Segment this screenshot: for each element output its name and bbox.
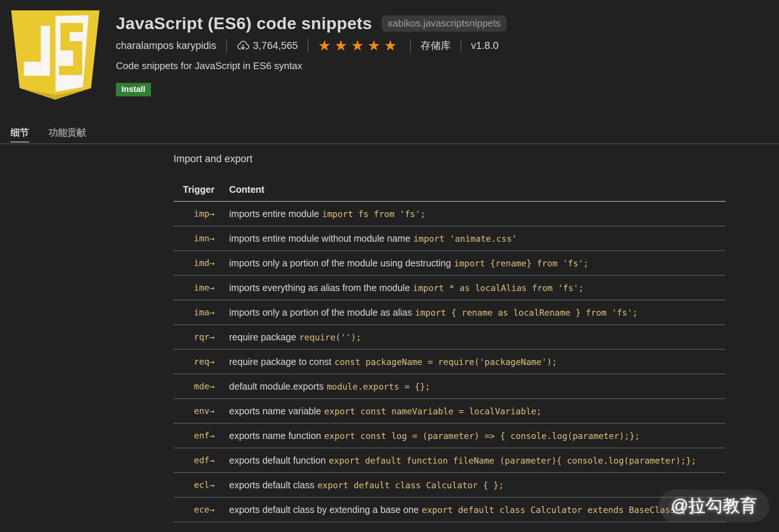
table-row: mde→default module.exportsmodule.exports… xyxy=(173,374,726,399)
table-row: edf→exports default functionexport defau… xyxy=(173,448,726,473)
extension-description: Code snippets for JavaScript in ES6 synt… xyxy=(116,60,506,72)
snippet-content-cell: imports everything as alias from the mod… xyxy=(215,275,726,300)
snippet-code: require(''); xyxy=(299,332,361,342)
meta-separator xyxy=(410,39,411,52)
table-row: imn→imports entire module without module… xyxy=(173,226,726,251)
snippet-content-cell: imports entire module without module nam… xyxy=(215,226,726,251)
snippet-code: export const log = (parameter) => { cons… xyxy=(324,431,640,441)
table-row: enf→exports name functionexport const lo… xyxy=(173,423,726,448)
snippets-table-body: imp→imports entire moduleimport fs from … xyxy=(173,201,726,522)
snippet-code: import { rename as localRename } from 'f… xyxy=(415,308,637,318)
snippet-content-cell: require packagerequire(''); xyxy=(215,325,726,349)
snippet-description: imports only a portion of the module as … xyxy=(229,307,412,318)
meta-separator xyxy=(226,39,227,52)
snippet-trigger: mde→ xyxy=(173,374,215,399)
snippet-trigger: ime→ xyxy=(173,275,215,300)
javascript-logo-icon xyxy=(10,5,100,107)
version-label: v1.8.0 xyxy=(471,40,499,52)
table-row: env→exports name variableexport const na… xyxy=(173,399,726,423)
repository-link[interactable]: 存储库 xyxy=(421,39,451,52)
snippet-trigger: imp→ xyxy=(173,201,215,226)
extension-id-badge: xabikos.javascriptsnippets xyxy=(382,15,506,32)
tab-feature-contributions[interactable]: 功能贡献 xyxy=(49,126,86,142)
snippet-content-cell: imports only a portion of the module usi… xyxy=(215,251,726,275)
download-count-value: 3,764,565 xyxy=(253,40,298,52)
snippet-content-cell: default module.exportsmodule.exports = {… xyxy=(215,374,726,399)
snippet-description: require package xyxy=(229,332,296,342)
meta-separator xyxy=(308,39,308,52)
snippet-trigger: imd→ xyxy=(173,251,215,275)
snippet-content-cell: exports default classexport default clas… xyxy=(215,473,726,497)
publisher-link[interactable]: charalampos karypidis xyxy=(116,40,216,52)
table-row: ime→imports everything as alias from the… xyxy=(173,275,726,300)
snippet-trigger: ima→ xyxy=(173,300,215,325)
snippet-trigger: rqr→ xyxy=(173,325,215,349)
snippet-code: import {rename} from 'fs'; xyxy=(454,259,588,268)
snippet-code: const packageName = require('packageName… xyxy=(335,357,557,367)
watermark-badge: @拉勾教育 xyxy=(659,489,769,522)
install-button[interactable]: Install xyxy=(116,83,151,96)
table-row: rqr→require packagerequire(''); xyxy=(173,325,726,349)
snippets-table: Trigger Content imp→imports entire modul… xyxy=(173,182,726,522)
cloud-download-icon xyxy=(237,39,249,52)
snippet-description: exports default class xyxy=(229,480,314,490)
snippet-description: imports entire module xyxy=(229,208,319,219)
snippet-trigger: env→ xyxy=(173,399,215,423)
snippet-trigger: req→ xyxy=(173,349,215,374)
meta-separator xyxy=(461,39,461,52)
table-header-row: Trigger Content xyxy=(173,182,726,201)
column-header-content: Content xyxy=(215,182,726,201)
snippet-trigger: edf→ xyxy=(173,448,215,473)
snippet-content-cell: imports entire moduleimport fs from 'fs'… xyxy=(215,201,726,226)
extension-logo xyxy=(10,5,100,107)
table-row: imp→imports entire moduleimport fs from … xyxy=(173,201,726,226)
snippet-content-cell: exports default functionexport default f… xyxy=(215,448,726,473)
table-row: ima→imports only a portion of the module… xyxy=(173,300,726,325)
snippet-code: import * as localAlias from 'fs'; xyxy=(413,283,584,293)
snippet-content-cell: require package to constconst packageNam… xyxy=(215,349,726,374)
snippet-description: exports name variable xyxy=(229,406,321,416)
rating-stars[interactable]: ★★★★★ xyxy=(318,38,400,53)
snippet-code: module.exports = {}; xyxy=(327,382,430,392)
snippet-code: export default function fileName (parame… xyxy=(329,456,696,466)
snippet-description: imports everything as alias from the mod… xyxy=(229,282,410,293)
table-row: req→require package to constconst packag… xyxy=(173,349,726,374)
extension-header: JavaScript (ES6) code snippets xabikos.j… xyxy=(116,14,506,96)
readme-content: Import and export Trigger Content imp→im… xyxy=(173,144,726,522)
page-title: JavaScript (ES6) code snippets xyxy=(116,14,372,33)
snippet-code: import 'animate.css' xyxy=(413,234,517,244)
tab-details[interactable]: 细节 xyxy=(10,126,29,142)
tab-bar: 细节 功能贡献 xyxy=(10,126,86,142)
snippet-code: export const nameVariable = localVariabl… xyxy=(324,406,542,416)
snippet-content-cell: exports default class by extending a bas… xyxy=(215,497,726,522)
snippet-trigger: ece→ xyxy=(173,497,215,522)
snippet-content-cell: exports name variableexport const nameVa… xyxy=(215,399,726,423)
snippet-description: require package to const xyxy=(229,356,332,367)
snippet-description: default module.exports xyxy=(229,381,324,392)
extension-meta-row: charalampos karypidis 3,764,565 ★★★★★ 存储… xyxy=(116,38,506,53)
snippet-description: exports default class by extending a bas… xyxy=(229,504,419,515)
snippet-content-cell: exports name functionexport const log = … xyxy=(215,423,726,448)
title-row: JavaScript (ES6) code snippets xabikos.j… xyxy=(116,14,506,33)
download-count: 3,764,565 xyxy=(237,39,298,52)
snippet-code: export default class Calculator { }; xyxy=(317,480,504,490)
table-row: ecl→exports default classexport default … xyxy=(173,473,726,497)
table-row: imd→imports only a portion of the module… xyxy=(173,251,726,275)
snippet-content-cell: imports only a portion of the module as … xyxy=(215,300,726,325)
column-header-trigger: Trigger xyxy=(173,182,215,201)
snippet-description: imports entire module without module nam… xyxy=(229,233,410,244)
table-row: ece→exports default class by extending a… xyxy=(173,497,726,522)
snippet-description: exports name function xyxy=(229,430,321,441)
snippet-description: imports only a portion of the module usi… xyxy=(229,258,451,268)
snippet-code: import fs from 'fs'; xyxy=(322,209,425,219)
snippet-trigger: enf→ xyxy=(173,423,215,448)
snippet-trigger: imn→ xyxy=(173,226,215,251)
snippet-description: exports default function xyxy=(229,455,326,466)
section-title: Import and export xyxy=(173,152,726,165)
snippet-trigger: ecl→ xyxy=(173,473,215,497)
